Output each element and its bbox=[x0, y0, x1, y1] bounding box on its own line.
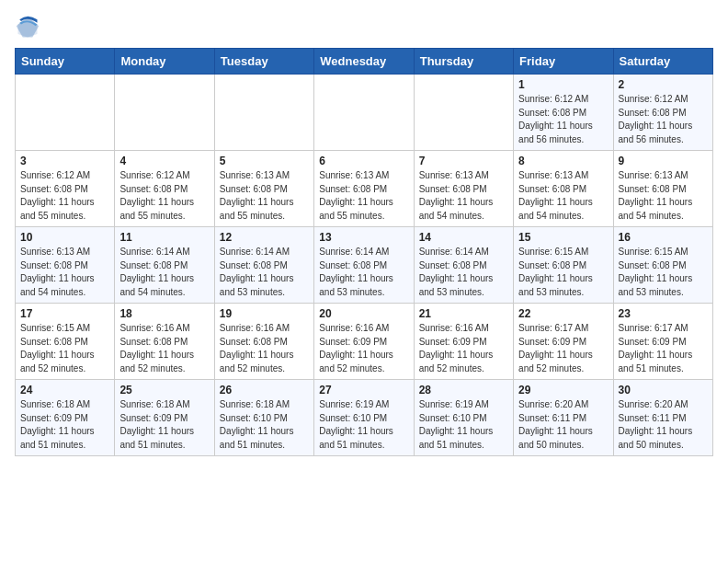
day-number: 2 bbox=[619, 78, 708, 91]
day-number: 21 bbox=[419, 307, 508, 320]
day-detail: Sunrise: 6:14 AMSunset: 6:08 PMDaylight:… bbox=[319, 246, 408, 299]
calendar-cell: 18Sunrise: 6:16 AMSunset: 6:08 PMDayligh… bbox=[115, 304, 214, 380]
day-number: 28 bbox=[419, 384, 508, 396]
calendar-cell: 26Sunrise: 6:18 AMSunset: 6:10 PMDayligh… bbox=[214, 380, 313, 456]
calendar-cell: 19Sunrise: 6:16 AMSunset: 6:08 PMDayligh… bbox=[214, 304, 313, 380]
day-detail: Sunrise: 6:12 AMSunset: 6:08 PMDaylight:… bbox=[20, 169, 109, 223]
day-number: 18 bbox=[119, 307, 209, 320]
calendar-cell: 28Sunrise: 6:19 AMSunset: 6:10 PMDayligh… bbox=[414, 380, 513, 456]
day-detail: Sunrise: 6:18 AMSunset: 6:09 PMDaylight:… bbox=[119, 398, 209, 452]
day-detail: Sunrise: 6:12 AMSunset: 6:08 PMDaylight:… bbox=[119, 169, 209, 223]
day-number: 24 bbox=[20, 384, 109, 396]
calendar-cell: 2Sunrise: 6:12 AMSunset: 6:08 PMDaylight… bbox=[613, 75, 712, 151]
day-detail: Sunrise: 6:13 AMSunset: 6:08 PMDaylight:… bbox=[319, 169, 408, 223]
calendar-cell: 20Sunrise: 6:16 AMSunset: 6:09 PMDayligh… bbox=[314, 304, 414, 380]
day-number: 15 bbox=[518, 231, 608, 244]
day-number: 11 bbox=[119, 231, 209, 244]
calendar-cell bbox=[16, 75, 115, 151]
day-detail: Sunrise: 6:16 AMSunset: 6:08 PMDaylight:… bbox=[220, 322, 309, 375]
calendar-cell: 16Sunrise: 6:15 AMSunset: 6:08 PMDayligh… bbox=[613, 227, 712, 304]
day-detail: Sunrise: 6:13 AMSunset: 6:08 PMDaylight:… bbox=[619, 169, 708, 223]
day-header-friday: Friday bbox=[514, 49, 613, 75]
day-number: 25 bbox=[119, 384, 209, 396]
day-detail: Sunrise: 6:13 AMSunset: 6:08 PMDaylight:… bbox=[419, 169, 508, 223]
day-number: 14 bbox=[419, 231, 508, 244]
day-number: 10 bbox=[20, 231, 109, 244]
day-number: 29 bbox=[518, 384, 608, 396]
day-number: 7 bbox=[419, 155, 508, 167]
day-detail: Sunrise: 6:20 AMSunset: 6:11 PMDaylight:… bbox=[518, 398, 608, 452]
day-header-tuesday: Tuesday bbox=[214, 49, 313, 75]
calendar-cell: 12Sunrise: 6:14 AMSunset: 6:08 PMDayligh… bbox=[214, 227, 313, 304]
calendar-cell: 27Sunrise: 6:19 AMSunset: 6:10 PMDayligh… bbox=[314, 380, 414, 456]
calendar-cell: 13Sunrise: 6:14 AMSunset: 6:08 PMDayligh… bbox=[314, 227, 414, 304]
day-header-thursday: Thursday bbox=[414, 49, 513, 75]
calendar-body: 1Sunrise: 6:12 AMSunset: 6:08 PMDaylight… bbox=[16, 75, 713, 456]
calendar-cell: 8Sunrise: 6:13 AMSunset: 6:08 PMDaylight… bbox=[514, 151, 613, 227]
day-header-wednesday: Wednesday bbox=[314, 49, 414, 75]
calendar-cell: 5Sunrise: 6:13 AMSunset: 6:08 PMDaylight… bbox=[214, 151, 313, 227]
day-detail: Sunrise: 6:16 AMSunset: 6:09 PMDaylight:… bbox=[419, 322, 508, 375]
day-detail: Sunrise: 6:19 AMSunset: 6:10 PMDaylight:… bbox=[419, 398, 508, 452]
calendar-cell: 6Sunrise: 6:13 AMSunset: 6:08 PMDaylight… bbox=[314, 151, 414, 227]
day-detail: Sunrise: 6:13 AMSunset: 6:08 PMDaylight:… bbox=[518, 169, 608, 223]
calendar-cell: 15Sunrise: 6:15 AMSunset: 6:08 PMDayligh… bbox=[514, 227, 613, 304]
day-detail: Sunrise: 6:16 AMSunset: 6:09 PMDaylight:… bbox=[319, 322, 408, 375]
day-number: 22 bbox=[518, 307, 608, 320]
day-number: 26 bbox=[220, 384, 309, 396]
day-detail: Sunrise: 6:19 AMSunset: 6:10 PMDaylight:… bbox=[319, 398, 408, 452]
day-detail: Sunrise: 6:15 AMSunset: 6:08 PMDaylight:… bbox=[20, 322, 109, 375]
day-detail: Sunrise: 6:12 AMSunset: 6:08 PMDaylight:… bbox=[619, 93, 708, 146]
calendar-cell: 11Sunrise: 6:14 AMSunset: 6:08 PMDayligh… bbox=[115, 227, 214, 304]
day-number: 30 bbox=[619, 384, 708, 396]
day-detail: Sunrise: 6:13 AMSunset: 6:08 PMDaylight:… bbox=[20, 246, 109, 299]
day-number: 13 bbox=[319, 231, 408, 244]
day-number: 1 bbox=[518, 78, 608, 91]
day-detail: Sunrise: 6:18 AMSunset: 6:09 PMDaylight:… bbox=[20, 398, 109, 452]
day-detail: Sunrise: 6:14 AMSunset: 6:08 PMDaylight:… bbox=[119, 246, 209, 299]
day-number: 17 bbox=[20, 307, 109, 320]
day-number: 4 bbox=[119, 155, 209, 167]
calendar-cell bbox=[115, 75, 214, 151]
calendar-cell: 29Sunrise: 6:20 AMSunset: 6:11 PMDayligh… bbox=[514, 380, 613, 456]
day-number: 9 bbox=[619, 155, 708, 167]
calendar-cell: 21Sunrise: 6:16 AMSunset: 6:09 PMDayligh… bbox=[414, 304, 513, 380]
day-number: 23 bbox=[619, 307, 708, 320]
day-detail: Sunrise: 6:13 AMSunset: 6:08 PMDaylight:… bbox=[220, 169, 309, 223]
day-header-sunday: Sunday bbox=[16, 49, 115, 75]
day-header-monday: Monday bbox=[115, 49, 214, 75]
day-number: 6 bbox=[319, 155, 408, 167]
day-number: 19 bbox=[220, 307, 309, 320]
calendar-cell: 17Sunrise: 6:15 AMSunset: 6:08 PMDayligh… bbox=[16, 304, 115, 380]
day-detail: Sunrise: 6:12 AMSunset: 6:08 PMDaylight:… bbox=[518, 93, 608, 146]
day-detail: Sunrise: 6:18 AMSunset: 6:10 PMDaylight:… bbox=[220, 398, 309, 452]
calendar-cell: 25Sunrise: 6:18 AMSunset: 6:09 PMDayligh… bbox=[115, 380, 214, 456]
day-header-saturday: Saturday bbox=[613, 49, 712, 75]
calendar-cell: 3Sunrise: 6:12 AMSunset: 6:08 PMDaylight… bbox=[16, 151, 115, 227]
calendar-cell bbox=[414, 75, 513, 151]
day-number: 5 bbox=[220, 155, 309, 167]
day-detail: Sunrise: 6:15 AMSunset: 6:08 PMDaylight:… bbox=[518, 246, 608, 299]
calendar-cell: 14Sunrise: 6:14 AMSunset: 6:08 PMDayligh… bbox=[414, 227, 513, 304]
day-detail: Sunrise: 6:20 AMSunset: 6:11 PMDaylight:… bbox=[619, 398, 708, 452]
calendar-cell: 10Sunrise: 6:13 AMSunset: 6:08 PMDayligh… bbox=[16, 227, 115, 304]
day-number: 12 bbox=[220, 231, 309, 244]
calendar-cell: 1Sunrise: 6:12 AMSunset: 6:08 PMDaylight… bbox=[514, 75, 613, 151]
page-header bbox=[15, 15, 713, 40]
day-detail: Sunrise: 6:15 AMSunset: 6:08 PMDaylight:… bbox=[619, 246, 708, 299]
day-number: 27 bbox=[319, 384, 408, 396]
calendar-cell bbox=[314, 75, 414, 151]
day-detail: Sunrise: 6:14 AMSunset: 6:08 PMDaylight:… bbox=[419, 246, 508, 299]
calendar-cell: 24Sunrise: 6:18 AMSunset: 6:09 PMDayligh… bbox=[16, 380, 115, 456]
calendar-header: SundayMondayTuesdayWednesdayThursdayFrid… bbox=[16, 49, 713, 75]
calendar-cell: 7Sunrise: 6:13 AMSunset: 6:08 PMDaylight… bbox=[414, 151, 513, 227]
calendar-table: SundayMondayTuesdayWednesdayThursdayFrid… bbox=[15, 48, 713, 456]
day-detail: Sunrise: 6:17 AMSunset: 6:09 PMDaylight:… bbox=[518, 322, 608, 375]
day-number: 8 bbox=[518, 155, 608, 167]
logo bbox=[15, 15, 44, 40]
day-detail: Sunrise: 6:16 AMSunset: 6:08 PMDaylight:… bbox=[119, 322, 209, 375]
day-detail: Sunrise: 6:14 AMSunset: 6:08 PMDaylight:… bbox=[220, 246, 309, 299]
day-number: 16 bbox=[619, 231, 708, 244]
calendar-cell: 4Sunrise: 6:12 AMSunset: 6:08 PMDaylight… bbox=[115, 151, 214, 227]
logo-icon bbox=[15, 15, 40, 40]
